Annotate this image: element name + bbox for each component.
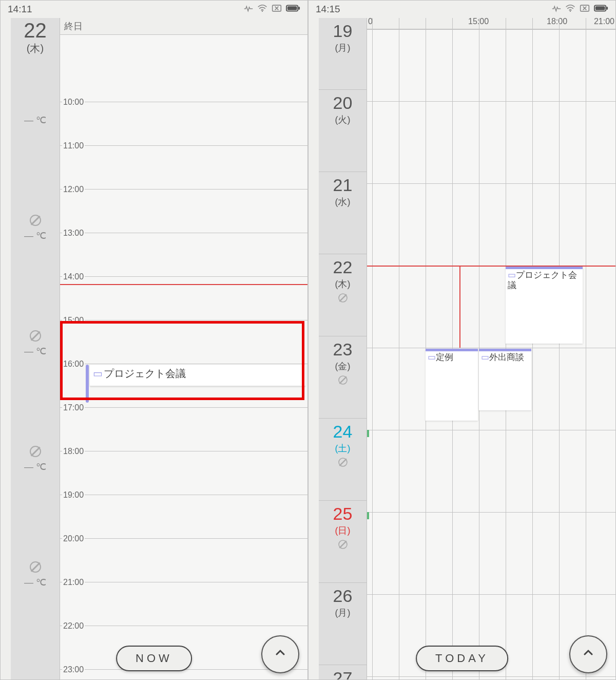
svg-point-5 [570, 11, 571, 12]
hline [367, 676, 615, 677]
day-weekday: (土) [319, 442, 367, 455]
timeline[interactable]: 終日 10:00 11:00 12:00 13:00 14:00 15:00 1… [60, 18, 307, 679]
vline [532, 18, 533, 679]
battery-icon [594, 4, 608, 15]
day-weekday: (木) [319, 278, 367, 290]
no-data-icon [30, 561, 41, 573]
day-row[interactable]: 21 (水) [319, 172, 367, 254]
calendar-event-icon: ▭ [428, 352, 436, 362]
now-button[interactable]: NOW [116, 646, 192, 671]
year-band: 2024.8 [309, 18, 319, 679]
time-col: 21:00 [594, 17, 614, 26]
day-row[interactable]: 27 (火) [319, 665, 367, 680]
day-number: 20 [319, 94, 367, 111]
time-col: 18:00 [547, 17, 567, 26]
svg-rect-4 [298, 7, 300, 10]
event-project-meeting[interactable]: ▭プロジェクト会議 [506, 267, 583, 344]
day-row[interactable]: 25 (日) [319, 501, 367, 583]
svg-rect-3 [287, 6, 297, 10]
day-number: 22 [319, 258, 367, 276]
hline [367, 101, 615, 102]
day-number: 27 [319, 669, 367, 680]
no-data-icon [30, 215, 41, 226]
day-weekday: (金) [319, 360, 367, 372]
temp-label: — ℃ [24, 346, 46, 357]
hour-row: 12:00 [60, 189, 307, 190]
today-button[interactable]: TODAY [416, 646, 508, 671]
temp-label: — ℃ [24, 577, 46, 588]
day-row[interactable]: 26 (月) [319, 583, 367, 665]
event-block-project-meeting[interactable]: ▭プロジェクト会議 [90, 365, 305, 386]
day-row[interactable]: 24 (土) [319, 419, 367, 501]
status-bar: 14:11 [1, 1, 307, 18]
day-weekday: (月) [319, 607, 367, 619]
wifi-icon [257, 4, 267, 15]
temp-label: — ℃ [24, 461, 46, 473]
allday-label: 終日 [60, 18, 307, 35]
status-time: 14:11 [8, 4, 32, 15]
hour-row: 19:00 [60, 495, 307, 495]
day-number: 19 [319, 22, 367, 40]
status-time: 14:15 [316, 4, 340, 15]
wifi-icon [565, 4, 575, 15]
day-weekday: (月) [319, 42, 367, 54]
hour-row: 11:00 [60, 145, 307, 146]
day-weekday: (日) [319, 524, 367, 537]
vline [372, 18, 373, 679]
close-box-icon [272, 4, 282, 15]
date-weekday: (木) [11, 42, 60, 55]
year-band: 2024.8 [1, 18, 11, 679]
day-number: 21 [319, 176, 367, 194]
expand-up-button[interactable] [569, 635, 607, 673]
chevron-up-icon [274, 647, 286, 663]
time-header: 0 15:00 18:00 21:00 [367, 18, 615, 29]
hline [367, 348, 615, 348]
day-number: 24 [319, 423, 367, 440]
hour-grid[interactable]: 10:00 11:00 12:00 13:00 14:00 15:00 16:0… [60, 35, 307, 679]
hour-row: 20:00 [60, 538, 307, 539]
activity-icon [552, 4, 561, 15]
vline [399, 18, 399, 679]
no-data-icon [338, 540, 348, 549]
week-view: 2024.8 19 (月) 20 (火) 21 (水) 22 (木) 23 (金… [309, 18, 615, 679]
day-row[interactable]: 22 (木) [319, 254, 367, 336]
hline [367, 512, 615, 513]
week-view-screen: 14:15 2024.8 19 (月) 20 (火) 21 (水) 22 (木) [308, 0, 616, 680]
hline [367, 29, 615, 30]
svg-rect-8 [595, 6, 605, 10]
event-title: プロジェクト会議 [508, 270, 577, 290]
temp-label: — ℃ [24, 115, 46, 126]
no-data-icon [30, 446, 41, 457]
event-gaishutsu[interactable]: ▭外出商談 [479, 349, 531, 410]
day-column: 19 (月) 20 (火) 21 (水) 22 (木) 23 (金) 24 (土… [319, 18, 367, 679]
hour-row: 18:00 [60, 451, 307, 451]
hour-row: 21:00 [60, 582, 307, 582]
expand-up-button[interactable] [261, 635, 299, 673]
day-row[interactable]: 23 (金) [319, 336, 367, 419]
calendar-event-icon: ▭ [481, 352, 489, 362]
hour-row: 16:00 [60, 364, 307, 364]
temp-label: — ℃ [24, 230, 46, 241]
day-row[interactable]: 19 (月) [319, 18, 367, 90]
no-data-icon [338, 458, 348, 467]
event-handle [86, 365, 89, 403]
day-view: 2024.8 22 (木) — ℃ — ℃ — ℃ — ℃ — ℃ [1, 18, 307, 679]
day-view-screen: 14:11 2024.8 22 (木) — ℃ [0, 0, 308, 680]
date-column: 22 (木) — ℃ — ℃ — ℃ — ℃ — ℃ [11, 18, 60, 679]
hour-row: 22:00 [60, 626, 307, 626]
day-row[interactable]: 20 (火) [319, 90, 367, 172]
day-number: 26 [319, 587, 367, 605]
calendar-event-icon: ▭ [508, 270, 516, 280]
hour-row: 13:00 [60, 233, 307, 233]
hline [367, 183, 615, 184]
status-bar: 14:15 [309, 1, 615, 18]
vline [586, 18, 586, 679]
no-data-icon [338, 293, 348, 303]
hour-row: 10:00 [60, 102, 307, 102]
no-data-icon [338, 375, 348, 385]
week-grid[interactable]: 0 15:00 18:00 21:00 [367, 18, 615, 679]
vline [559, 18, 560, 679]
no-data-icon [30, 330, 41, 342]
chevron-up-icon [582, 647, 594, 663]
event-teirei[interactable]: ▭定例 [426, 349, 478, 421]
